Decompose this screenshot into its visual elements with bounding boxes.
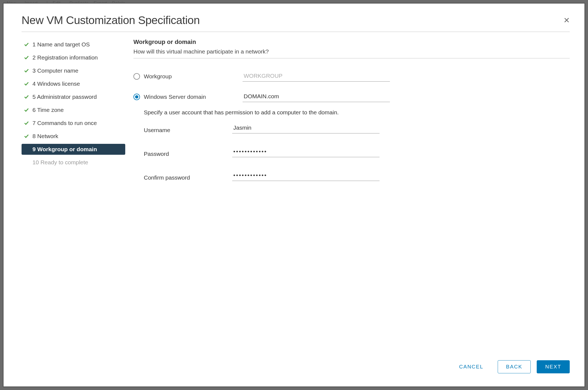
step-time-zone[interactable]: 6 Time zone — [22, 105, 125, 115]
workgroup-radio-label: Workgroup — [144, 73, 172, 80]
step-placeholder — [24, 160, 29, 165]
content-divider — [133, 58, 570, 58]
confirm-password-input[interactable]: •••••••••••• — [232, 170, 380, 181]
wizard-content: Workgroup or domain How will this virtua… — [133, 37, 570, 352]
dialog-title: New VM Customization Specification — [22, 14, 566, 27]
step-name-and-target-os[interactable]: 1 Name and target OS — [22, 39, 125, 50]
dialog-footer: CANCEL BACK NEXT — [4, 352, 584, 386]
step-workgroup-or-domain[interactable]: 9 Workgroup or domain — [22, 144, 125, 155]
step-label: 9 Workgroup or domain — [32, 146, 97, 153]
step-placeholder — [24, 147, 29, 152]
step-label: 1 Name and target OS — [32, 41, 90, 48]
dialog-header: New VM Customization Specification ✕ — [4, 4, 584, 32]
step-ready-to-complete: 10 Ready to complete — [22, 157, 125, 168]
workgroup-radio[interactable] — [133, 73, 140, 80]
step-registration-information[interactable]: 2 Registration information — [22, 52, 125, 63]
wizard-steps-sidebar: 1 Name and target OS 2 Registration info… — [22, 37, 125, 352]
step-label: 4 Windows license — [32, 81, 80, 87]
check-icon — [24, 42, 29, 47]
workgroup-input — [243, 71, 390, 82]
step-label: 8 Network — [32, 133, 58, 139]
cancel-button[interactable]: CANCEL — [451, 361, 491, 373]
dialog-body: 1 Name and target OS 2 Registration info… — [4, 32, 584, 352]
step-computer-name[interactable]: 3 Computer name — [22, 65, 125, 76]
confirm-password-label: Confirm password — [144, 174, 190, 181]
domain-input[interactable] — [243, 91, 390, 102]
close-icon[interactable]: ✕ — [563, 17, 570, 24]
step-label: 5 Administrator password — [32, 94, 97, 100]
customization-spec-dialog: New VM Customization Specification ✕ 1 N… — [3, 3, 585, 387]
step-label: 6 Time zone — [32, 107, 64, 113]
radio-dot-icon — [135, 95, 138, 99]
password-row: Password •••••••••••• — [133, 147, 570, 157]
step-windows-license[interactable]: 4 Windows license — [22, 78, 125, 89]
content-title: Workgroup or domain — [133, 38, 570, 46]
domain-radio[interactable] — [133, 94, 140, 100]
next-button[interactable]: NEXT — [537, 360, 570, 373]
domain-row: Windows Server domain — [133, 91, 570, 102]
check-icon — [24, 94, 29, 100]
username-label: Username — [144, 127, 170, 133]
check-icon — [24, 107, 29, 113]
password-input[interactable]: •••••••••••• — [232, 147, 380, 157]
step-label: 2 Registration information — [32, 54, 98, 61]
domain-helper-text: Specify a user account that has permissi… — [144, 109, 570, 116]
step-label: 7 Commands to run once — [32, 120, 97, 126]
step-label: 3 Computer name — [32, 67, 78, 74]
password-label: Password — [144, 151, 169, 157]
confirm-password-row: Confirm password •••••••••••• — [133, 170, 570, 181]
check-icon — [24, 120, 29, 126]
step-label: 10 Ready to complete — [32, 159, 88, 166]
workgroup-row: Workgroup — [133, 71, 570, 82]
username-input[interactable] — [232, 123, 380, 133]
domain-radio-label: Windows Server domain — [144, 94, 206, 100]
check-icon — [24, 133, 29, 139]
check-icon — [24, 81, 29, 87]
username-row: Username — [133, 123, 570, 133]
content-subtitle: How will this virtual machine participat… — [133, 48, 570, 55]
check-icon — [24, 68, 29, 73]
step-commands-to-run-once[interactable]: 7 Commands to run once — [22, 118, 125, 129]
step-administrator-password[interactable]: 5 Administrator password — [22, 91, 125, 102]
back-button[interactable]: BACK — [498, 360, 531, 373]
step-network[interactable]: 8 Network — [22, 131, 125, 142]
check-icon — [24, 55, 29, 60]
